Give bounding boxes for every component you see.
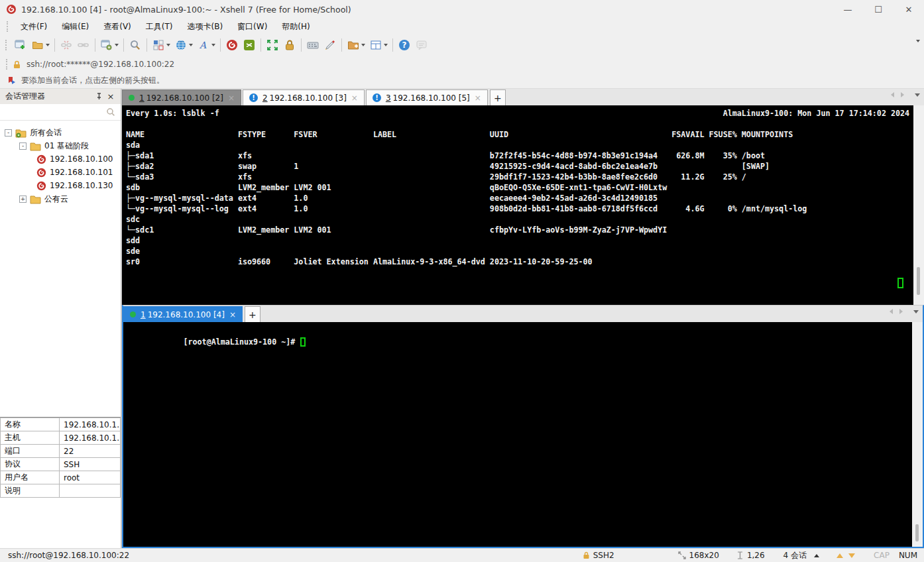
tab-scroll-left-icon[interactable] [891, 92, 894, 97]
close-panel-icon[interactable]: × [105, 91, 117, 103]
property-row: 端口22 [1, 445, 121, 458]
property-label: 名称 [1, 418, 60, 431]
tab-close-icon[interactable]: × [229, 310, 236, 319]
scroll-up-icon[interactable] [837, 553, 843, 558]
chevron-up-icon [814, 554, 819, 557]
status-session-count[interactable]: 4 会话 [783, 550, 807, 561]
tree-label: 公有云 [44, 194, 68, 205]
watch-header: Every 1.0s: lsblk -f AlmaLinux9-100: Mon… [126, 108, 909, 119]
xshell-session-icon [36, 181, 46, 191]
scroll-down-icon[interactable] [848, 553, 855, 558]
new-tab-button[interactable]: + [245, 306, 260, 322]
terminal-bottom-pane[interactable]: [root@AlmaLinux9-100 ~]# [123, 322, 923, 547]
scrollbar-thumb[interactable] [915, 524, 919, 541]
menu-help[interactable]: 帮助(H) [274, 19, 317, 34]
xshell-session-icon [36, 168, 46, 178]
property-label: 主机 [1, 431, 60, 445]
tree-item-session-101[interactable]: 192.168.10.101 [0, 166, 121, 179]
toolbar-grip [7, 21, 9, 32]
session-manager-title: 会话管理器 [5, 91, 93, 102]
menu-edit[interactable]: 编辑(E) [54, 19, 96, 34]
menu-tools[interactable]: 工具(T) [139, 19, 180, 34]
folder-sessions-icon [15, 128, 27, 138]
property-value [60, 484, 121, 498]
session-properties-icon[interactable] [98, 36, 121, 54]
lock-screen-icon[interactable] [281, 36, 298, 54]
scrollbar-top-terminal[interactable] [913, 105, 924, 305]
bottom-pane: 1192.168.10.100 [4] × + [root@AlmaLinux9… [122, 305, 924, 548]
encoding-icon[interactable] [172, 36, 195, 54]
lsblk-row: └─sda3xfs29bdf1f7-1523-42b4-b3bb-8ae8fee… [126, 172, 909, 182]
terminal-cursor [897, 278, 903, 288]
menu-view[interactable]: 查看(V) [96, 19, 139, 34]
collapse-icon[interactable]: - [5, 129, 12, 137]
tree-item-all-sessions[interactable]: - 所有会话 [0, 126, 121, 139]
tab-list-icon[interactable] [913, 310, 919, 313]
tree-item-session-100[interactable]: 192.168.10.100 [0, 152, 121, 166]
new-file-transfer-icon[interactable] [345, 36, 367, 54]
tab-scroll-right-icon[interactable] [901, 92, 904, 97]
expand-icon[interactable]: + [19, 196, 27, 203]
property-row: 说明 [1, 484, 121, 498]
property-value: SSH [60, 458, 121, 471]
property-value: root [60, 471, 121, 484]
tab-close-icon[interactable]: × [228, 93, 235, 103]
new-xshell-icon[interactable] [223, 36, 241, 54]
tree-item-group-01[interactable]: - 01 基础阶段 [0, 139, 121, 152]
search-icon [106, 107, 115, 117]
xftp-icon[interactable] [241, 36, 258, 54]
tree-item-public-cloud[interactable]: + 公有云 [0, 192, 121, 205]
pin-icon[interactable] [93, 91, 105, 103]
tab-session-3[interactable]: ! 2192.168.10.100 [3] × [243, 89, 365, 105]
status-connection: ssh://root@192.168.10.100:22 [8, 551, 129, 560]
new-session-icon[interactable] [12, 36, 29, 54]
lsblk-row: ├─vg--mysql-mysql--dataext41.0eecaeee4-9… [126, 193, 909, 203]
virtual-keyboard-icon[interactable] [304, 36, 321, 54]
lsblk-row: └─vg--mysql-mysql--logext41.0908b0d2d-bb… [126, 203, 909, 214]
property-value: 192.168.10.1... [60, 431, 121, 445]
fullscreen-icon[interactable] [264, 36, 281, 54]
menu-tabs[interactable]: 选项卡(B) [180, 19, 231, 34]
tab-list-icon[interactable] [915, 93, 920, 97]
highlight-icon[interactable] [321, 36, 339, 54]
find-icon[interactable] [127, 36, 144, 54]
session-manager-header: 会话管理器 × [0, 89, 121, 104]
tile-windows-icon[interactable] [367, 36, 390, 54]
tab-close-icon[interactable]: × [475, 93, 481, 103]
scrollbar-bottom-terminal[interactable] [912, 322, 923, 547]
status-terminal-size[interactable]: 168x20 [689, 551, 719, 560]
minimize-button[interactable]: — [833, 0, 863, 19]
tab-scroll-right-icon[interactable] [899, 309, 903, 314]
tab-close-icon[interactable]: × [351, 93, 358, 103]
help-icon[interactable]: ? [396, 36, 413, 54]
pane-layout-icon[interactable] [150, 36, 172, 54]
open-session-icon[interactable] [29, 36, 52, 54]
lsblk-row: sdbLVM2_memberLVM2 001qBoEQO-Q5Xe-65DE-x… [126, 182, 909, 193]
tab-scroll-left-icon[interactable] [890, 309, 893, 314]
property-label: 说明 [1, 484, 60, 498]
folder-icon [30, 141, 41, 151]
collapse-icon[interactable]: - [19, 142, 27, 150]
tree-item-session-130[interactable]: 192.168.10.130 [0, 179, 121, 192]
session-count-dropdown[interactable]: 4 会话 [783, 550, 819, 561]
status-protocol: SSH2 [593, 551, 614, 560]
connected-dot-icon [129, 95, 135, 101]
tab-session-4[interactable]: 1192.168.10.100 [4] × [123, 306, 243, 322]
tab-session-5[interactable]: ! 3192.168.10.100 [5] × [366, 89, 488, 105]
terminal-cursor [300, 337, 306, 347]
session-search-box[interactable] [0, 104, 121, 121]
maximize-button[interactable]: ☐ [863, 0, 894, 19]
tab-session-2[interactable]: 1192.168.10.100 [2] × [122, 89, 241, 105]
toolbar-overflow-icon[interactable] [914, 42, 920, 52]
close-button[interactable]: ✕ [894, 0, 924, 19]
scrollbar-thumb[interactable] [917, 267, 920, 295]
lsblk-row: sr0iso9660Joliet ExtensionAlmaLinux-9-3-… [126, 256, 909, 267]
lsblk-header-row: NAME FSTYPE FSVER LABEL UUID FSAVAIL FSU… [126, 129, 909, 140]
main-toolbar: A ? [0, 34, 924, 56]
menu-file[interactable]: 文件(F) [13, 19, 54, 34]
menu-window[interactable]: 窗口(W) [230, 19, 274, 34]
connection-url[interactable]: ssh://root:******@192.168.10.100:22 [27, 60, 174, 69]
terminal-top-pane[interactable]: Every 1.0s: lsblk -f AlmaLinux9-100: Mon… [122, 105, 924, 305]
new-tab-button[interactable]: + [490, 89, 506, 105]
font-icon[interactable]: A [195, 36, 217, 54]
